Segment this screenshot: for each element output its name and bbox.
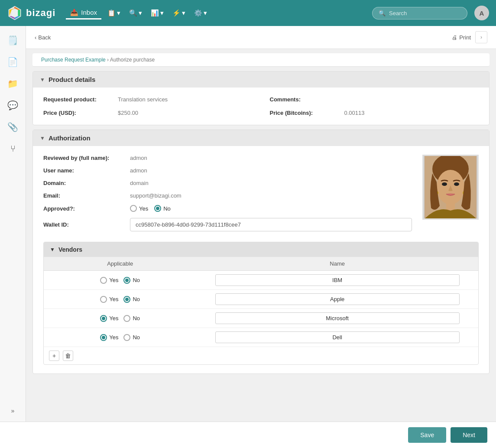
- vendor-yes-radio[interactable]: [100, 277, 107, 284]
- vendor-no-option[interactable]: No: [123, 334, 140, 341]
- main-wrapper: 🗒️ 📄 📁 💬 📎 ⑂ » ‹ Back: [0, 26, 496, 422]
- vendor-name-input[interactable]: [215, 293, 460, 305]
- auth-photo-image: [425, 156, 477, 219]
- folder-icon: 📁: [7, 78, 18, 89]
- requested-product-label: Requested product:: [43, 96, 113, 103]
- app-name: bizagi: [26, 7, 55, 19]
- svg-marker-7: [12, 10, 18, 16]
- content-area: ‹ Back 🖨 Print › Purchase Request Exampl…: [26, 26, 496, 422]
- nav-new-btn[interactable]: 📋 ▾: [105, 7, 123, 19]
- breadcrumb-parent[interactable]: Purchase Request Example: [41, 57, 106, 63]
- approved-radio-group: Yes No: [130, 205, 171, 212]
- vendor-name-cell: [196, 309, 478, 328]
- vendor-no-radio[interactable]: [123, 334, 130, 341]
- vendor-yes-option[interactable]: Yes: [100, 315, 118, 322]
- comments-label: Comments:: [270, 96, 339, 103]
- save-button[interactable]: Save: [408, 427, 446, 443]
- print-link[interactable]: 🖨 Print: [452, 34, 471, 41]
- auth-chevron-icon: ▼: [40, 135, 45, 141]
- approved-yes-option[interactable]: Yes: [130, 205, 148, 212]
- price-usd-value: $250.00: [118, 110, 138, 116]
- new-icon: 📋: [107, 9, 116, 17]
- domain-label: Domain:: [43, 180, 130, 186]
- vendor-no-radio[interactable]: [123, 315, 130, 322]
- domain-row: Domain: domain: [43, 180, 412, 186]
- nav-search-btn[interactable]: 🔍 ▾: [126, 7, 145, 19]
- price-btc-row: Price (Bitcoins): 0.00113: [270, 110, 479, 116]
- username-row: User name: admon: [43, 167, 412, 174]
- auth-fields: Reviewed by (full name): admon User name…: [43, 155, 412, 237]
- network-icon: ⑂: [10, 144, 16, 154]
- vendor-yes-option[interactable]: Yes: [100, 296, 118, 303]
- vendor-yes-option[interactable]: Yes: [100, 334, 118, 341]
- form-container: ▼ Product details Requested product: Tra…: [26, 67, 496, 385]
- approved-no-option[interactable]: No: [154, 205, 171, 212]
- search-input[interactable]: [389, 10, 461, 16]
- price-usd-row: Price (USD): $250.00: [43, 110, 253, 116]
- vendor-name-input[interactable]: [215, 312, 460, 324]
- add-vendor-btn[interactable]: +: [49, 351, 59, 361]
- vendor-no-option[interactable]: No: [123, 315, 140, 322]
- vendors-section: ▼ Vendors Applicable Name: [43, 242, 479, 365]
- svg-point-12: [454, 182, 459, 186]
- product-details-body: Requested product: Translation services …: [33, 88, 489, 125]
- price-usd-label: Price (USD):: [43, 110, 113, 116]
- sidebar-expand-btn[interactable]: »: [3, 404, 23, 417]
- email-row: Email: support@bizagi.com: [43, 192, 412, 199]
- requested-product-value: Translation services: [118, 96, 168, 103]
- approved-no-radio[interactable]: [154, 205, 161, 212]
- nav-settings-btn[interactable]: ⚙️ ▾: [191, 7, 210, 19]
- sidebar-item-attachment[interactable]: 📎: [3, 117, 23, 137]
- sidebar-item-list[interactable]: 📄: [3, 52, 23, 72]
- vendors-header[interactable]: ▼ Vendors: [44, 242, 478, 257]
- expand-icon: »: [11, 407, 15, 414]
- svg-rect-15: [446, 203, 455, 211]
- nav-inbox[interactable]: 📥 Inbox: [66, 7, 101, 19]
- svg-marker-3: [18, 10, 20, 16]
- vendor-no-option[interactable]: No: [123, 296, 140, 303]
- col-name: Name: [196, 257, 478, 271]
- back-link[interactable]: ‹ Back: [35, 34, 51, 41]
- vendor-name-input[interactable]: [215, 331, 460, 343]
- col-applicable: Applicable: [44, 257, 196, 271]
- vendor-yes-radio[interactable]: [100, 315, 107, 322]
- product-details-header[interactable]: ▼ Product details: [33, 71, 489, 88]
- page-header: ‹ Back 🖨 Print ›: [26, 26, 496, 49]
- vendor-yes-radio[interactable]: [100, 334, 107, 341]
- nav-activity-btn[interactable]: ⚡ ▾: [170, 7, 188, 19]
- search-bar[interactable]: 🔍: [372, 7, 467, 19]
- logo-area: bizagi: [7, 5, 55, 21]
- bizagi-logo-icon: [7, 5, 23, 21]
- vendor-applicable-cell: Yes No: [44, 290, 196, 309]
- table-row: Yes No: [44, 290, 478, 309]
- avatar[interactable]: A: [474, 6, 489, 20]
- sidebar-item-chat[interactable]: 💬: [3, 95, 23, 115]
- authorization-header[interactable]: ▼ Authorization: [33, 130, 489, 146]
- delete-vendor-btn[interactable]: 🗑: [63, 351, 73, 361]
- vendor-applicable-cell: Yes No: [44, 328, 196, 347]
- next-button[interactable]: Next: [451, 427, 487, 443]
- svg-point-11: [442, 182, 447, 186]
- email-value: support@bizagi.com: [130, 192, 182, 199]
- reports-icon: 📊: [151, 9, 159, 17]
- wallet-id-label: Wallet ID:: [43, 221, 130, 228]
- collapse-btn[interactable]: ›: [475, 31, 487, 43]
- vendor-name-cell: [196, 328, 478, 347]
- vendor-yes-radio[interactable]: [100, 296, 107, 303]
- wallet-id-input[interactable]: [130, 218, 412, 231]
- sidebar-item-folder[interactable]: 📁: [3, 74, 23, 94]
- vendor-name-input[interactable]: [215, 274, 460, 286]
- email-label: Email:: [43, 192, 130, 199]
- vendor-no-radio[interactable]: [123, 296, 130, 303]
- vendor-no-radio[interactable]: [123, 277, 130, 284]
- vendor-no-option[interactable]: No: [123, 277, 140, 284]
- sidebar-item-document[interactable]: 🗒️: [3, 30, 23, 50]
- sidebar-item-network[interactable]: ⑂: [3, 139, 23, 159]
- table-row: Yes No: [44, 328, 478, 347]
- vendor-yes-option[interactable]: Yes: [100, 277, 118, 284]
- comments-row: Comments:: [270, 96, 479, 103]
- product-details-right: Comments: Price (Bitcoins): 0.00113: [270, 96, 479, 116]
- nav-reports-btn[interactable]: 📊 ▾: [148, 7, 166, 19]
- approved-yes-radio[interactable]: [130, 205, 137, 212]
- print-icon: 🖨: [452, 34, 457, 41]
